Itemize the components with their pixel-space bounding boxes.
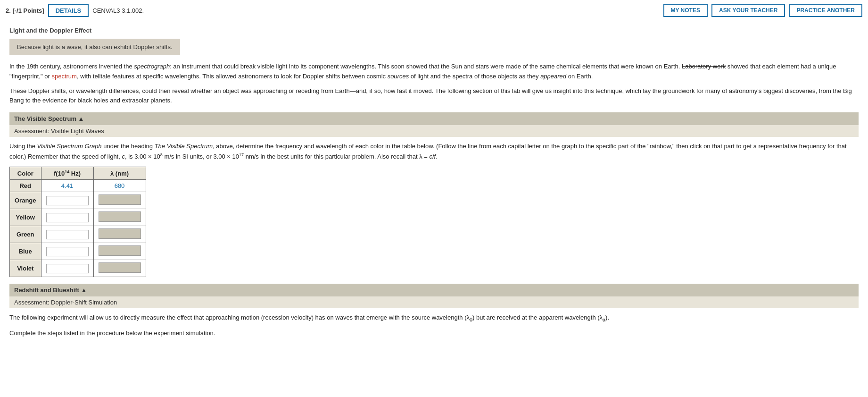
color-label-green: Green <box>10 226 41 243</box>
paragraph2: These Doppler shifts, or wavelength diff… <box>9 86 859 106</box>
course-code: CENVAL3 3.1.002. <box>92 7 144 14</box>
assessment-bar-1: Assessment: Visible Light Waves <box>9 125 859 137</box>
spectrum-table: Color f(1014 Hz) λ (nm) Red 4.41 680 Ora… <box>9 167 146 277</box>
freq-input-orange[interactable] <box>46 196 89 205</box>
freq-cell-violet[interactable] <box>41 260 93 277</box>
color-label-violet: Violet <box>10 260 41 277</box>
ask-teacher-button[interactable]: ASK YOUR TEACHER <box>711 4 785 17</box>
freq-cell-blue[interactable] <box>41 243 93 260</box>
wave-disabled-blue <box>99 245 141 256</box>
freq-input-green[interactable] <box>46 230 89 239</box>
complete-steps: Complete the steps listed in the procedu… <box>9 329 859 338</box>
freq-input-blue[interactable] <box>46 247 89 256</box>
freq-input-yellow[interactable] <box>46 213 89 222</box>
freq-input-violet[interactable] <box>46 264 89 273</box>
freq-cell-green[interactable] <box>41 226 93 243</box>
highlight-box: Because light is a wave, it also can exh… <box>9 39 180 55</box>
table-row: Red 4.41 680 <box>10 180 146 192</box>
table-row: Green <box>10 226 146 243</box>
details-button[interactable]: DETAILS <box>48 4 89 17</box>
wave-disabled-violet <box>99 262 141 273</box>
redshift-bar[interactable]: Redshift and Blueshift ▲ <box>9 284 859 296</box>
col-header-color: Color <box>10 167 41 180</box>
wave-cell-green <box>93 226 146 243</box>
wave-disabled-orange <box>99 194 141 205</box>
redshift-paragraph: The following experiment will allow us t… <box>9 313 859 324</box>
table-row: Violet <box>10 260 146 277</box>
instructions: Using the Visible Spectrum Graph under t… <box>9 142 859 162</box>
top-bar: 2. [-/1 Points] DETAILS CENVAL3 3.1.002.… <box>0 0 868 21</box>
freq-value-red: 4.41 <box>41 180 93 192</box>
table-row: Blue <box>10 243 146 260</box>
my-notes-button[interactable]: MY NOTES <box>663 4 708 17</box>
wave-cell-violet <box>93 260 146 277</box>
table-row: Orange <box>10 192 146 209</box>
wave-cell-blue <box>93 243 146 260</box>
color-label-orange: Orange <box>10 192 41 209</box>
color-label-red: Red <box>10 180 41 192</box>
table-row: Yellow <box>10 209 146 226</box>
top-bar-left: 2. [-/1 Points] DETAILS CENVAL3 3.1.002. <box>6 4 659 17</box>
practice-another-button[interactable]: PRACTICE ANOTHER <box>789 4 862 17</box>
color-label-yellow: Yellow <box>10 209 41 226</box>
wave-cell-orange <box>93 192 146 209</box>
assessment-bar-2: Assessment: Doppler-Shift Simulation <box>9 296 859 308</box>
freq-cell-orange[interactable] <box>41 192 93 209</box>
wave-disabled-green <box>99 228 141 239</box>
col-header-freq: f(1014 Hz) <box>41 167 93 180</box>
top-bar-right: MY NOTES ASK YOUR TEACHER PRACTICE ANOTH… <box>663 4 863 17</box>
points-label: 2. [-/1 Points] <box>6 7 44 14</box>
wave-value-red: 680 <box>93 180 146 192</box>
content-area: Light and the Doppler Effect Because lig… <box>0 21 868 349</box>
wave-cell-yellow <box>93 209 146 226</box>
freq-cell-yellow[interactable] <box>41 209 93 226</box>
paragraph1: In the 19th century, astronomers invente… <box>9 62 859 82</box>
wave-disabled-yellow <box>99 211 141 222</box>
section-title: Light and the Doppler Effect <box>9 27 859 34</box>
col-header-wavelength: λ (nm) <box>93 167 146 180</box>
color-label-blue: Blue <box>10 243 41 260</box>
visible-spectrum-bar[interactable]: The Visible Spectrum ▲ <box>9 112 859 125</box>
